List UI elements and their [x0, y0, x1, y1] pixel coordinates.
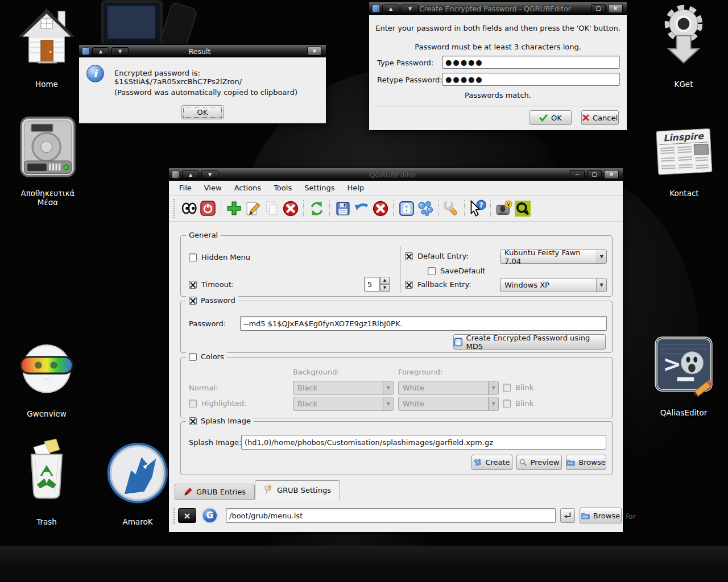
highlighted-blink-checkbox [503, 400, 511, 408]
desktop-icon-qaliaseditor[interactable]: > QAliasEditor [647, 335, 720, 417]
splash-image-label: Splash Image: [189, 438, 241, 447]
encrypted-password-lock-icon[interactable] [397, 199, 416, 218]
splash-image-group-checkbox[interactable] [189, 417, 197, 425]
password-input[interactable] [240, 316, 607, 331]
default-entry-combo[interactable]: Kubuntu Feisty Fawn 7.04 ▼ [500, 250, 607, 264]
hidden-menu-row: Hidden Menu [189, 253, 250, 261]
type-password-input[interactable] [442, 56, 620, 69]
filebar-handle[interactable] [173, 508, 177, 524]
close-file-button[interactable]: × [178, 508, 196, 523]
shade-button[interactable]: ▲ [92, 47, 109, 56]
chevron-down-icon: ▼ [488, 397, 498, 410]
discard-icon[interactable] [371, 199, 390, 218]
colors-group-checkbox[interactable] [189, 353, 197, 361]
titlebar[interactable]: ▲ ▼ Result × [79, 45, 326, 57]
menu-settings[interactable]: Settings [299, 182, 340, 194]
timeout-row: Timeout: [189, 280, 234, 289]
newspaper-icon: Linspire [652, 120, 716, 185]
desktop-icon-amarok[interactable]: AmaroK [101, 439, 174, 526]
highlighted-foreground-combo: White ▼ [398, 397, 499, 411]
password-group-checkbox[interactable] [189, 297, 197, 305]
menu-file[interactable]: File [173, 182, 197, 194]
timeout-value[interactable]: 5 [364, 277, 380, 292]
hidden-menu-checkbox[interactable] [189, 253, 197, 261]
configure-wrench-icon[interactable] [442, 199, 461, 218]
splash-bubbles-icon[interactable] [416, 199, 435, 218]
splash-browse-button[interactable]: Browse [566, 455, 606, 470]
desktop-icon-kontact[interactable]: Linspire Kontact [648, 120, 720, 198]
toolbar-separator [221, 200, 221, 217]
create-encrypted-password-label: Create Encrypted Password using MD5 [466, 334, 605, 351]
normal-background-value: Black [297, 384, 317, 392]
shutdown-icon[interactable] [198, 199, 217, 218]
tab-grub-entries[interactable]: GRUB Entries [175, 484, 255, 500]
splash-create-button[interactable]: Create [471, 455, 512, 470]
copy-entry-icon[interactable] [262, 199, 281, 218]
create-encrypted-password-button[interactable]: Create Encrypted Password using MD5 [453, 334, 606, 350]
splash-image-input[interactable] [241, 435, 606, 450]
chevron-down-icon: ▼ [383, 381, 393, 394]
close-button[interactable]: × [608, 4, 623, 13]
shade-button[interactable]: ▲ [182, 171, 199, 179]
password-instruction: Enter your password in both fields and t… [369, 24, 627, 32]
maximize-button[interactable]: ▢ [591, 4, 606, 13]
close-button[interactable]: × [307, 47, 322, 56]
desktop-icon-storage-media[interactable]: Αποθηκευτικά Μέσα [10, 114, 85, 207]
desktop-icon-home[interactable]: Home [11, 3, 82, 89]
edit-entry-icon[interactable] [243, 199, 262, 218]
whats-this-icon[interactable]: ? [468, 199, 487, 218]
load-file-button[interactable] [560, 508, 575, 523]
delete-entry-icon[interactable] [281, 199, 300, 218]
shade-button[interactable]: ▲ [382, 5, 399, 13]
qgrubeditor-logo-icon[interactable] [513, 199, 532, 218]
tab-grub-settings[interactable]: GRUB Settings [255, 480, 340, 500]
type-password-label: Type Password: [377, 59, 433, 67]
menu-help[interactable]: Help [341, 182, 370, 194]
timeout-spinbox[interactable]: 5 ▲▼ [364, 277, 390, 292]
retype-password-label: Retype Password: [377, 76, 442, 84]
eyes-icon[interactable] [180, 199, 198, 218]
device-alias-icon[interactable] [494, 199, 513, 218]
cancel-button[interactable]: Cancel [581, 110, 619, 125]
save-icon[interactable] [333, 199, 352, 218]
tools-icon [264, 485, 273, 494]
revert-icon[interactable] [352, 199, 371, 218]
chevron-down-icon[interactable]: ▼ [596, 278, 606, 292]
savedefault-checkbox[interactable] [428, 267, 436, 275]
desktop-icon-trash[interactable]: Trash [11, 439, 82, 526]
desktop-icon-gwenview[interactable]: Gwenview [11, 339, 82, 418]
normal-blink-row: Blink [503, 383, 533, 392]
close-button[interactable]: × [604, 170, 619, 179]
browse-menu-lst-button[interactable]: Browse [580, 508, 622, 523]
desktop-remnant-text: for [626, 512, 636, 521]
default-entry-checkbox[interactable] [405, 252, 413, 260]
menu-view[interactable]: View [198, 182, 228, 194]
savedefault-row: SaveDefault [428, 267, 485, 275]
spin-up-icon[interactable]: ▲ [380, 277, 390, 284]
fallback-entry-combo[interactable]: Windows XP ▼ [500, 278, 607, 292]
terminal-smiley-icon: > [651, 335, 717, 405]
refresh-icon[interactable] [307, 199, 326, 218]
menu-tools[interactable]: Tools [268, 182, 297, 194]
ok-button[interactable]: OK [181, 105, 224, 119]
toolbar-handle[interactable] [173, 199, 177, 218]
window-icon [172, 171, 180, 178]
titlebar[interactable]: ▲ ▼ QGRUBEditor ─ ▢ × [169, 168, 623, 181]
spin-down-icon[interactable]: ▼ [380, 284, 390, 292]
menu-lst-path-input[interactable] [226, 508, 556, 523]
fallback-entry-row: Fallback Entry: [405, 280, 471, 289]
desktop-icon-kget[interactable]: KGet [648, 3, 719, 89]
retype-password-input[interactable] [442, 73, 620, 86]
main-toolbar: ? [169, 196, 623, 222]
menu-actions[interactable]: Actions [229, 182, 267, 194]
tab-grub-settings-label: GRUB Settings [277, 486, 331, 494]
splash-preview-button[interactable]: Preview [516, 455, 562, 470]
chevron-down-icon[interactable]: ▼ [597, 250, 606, 263]
timeout-checkbox[interactable] [189, 281, 197, 289]
fallback-entry-checkbox[interactable] [405, 281, 413, 289]
add-entry-icon[interactable] [225, 199, 243, 218]
window-title: Result [119, 47, 280, 56]
ok-button[interactable]: OK [530, 110, 572, 125]
titlebar[interactable]: ▲ ▼ Create Encrypted Password - QGRUBEdi… [369, 2, 627, 15]
maximize-button[interactable]: ▢ [587, 170, 602, 179]
